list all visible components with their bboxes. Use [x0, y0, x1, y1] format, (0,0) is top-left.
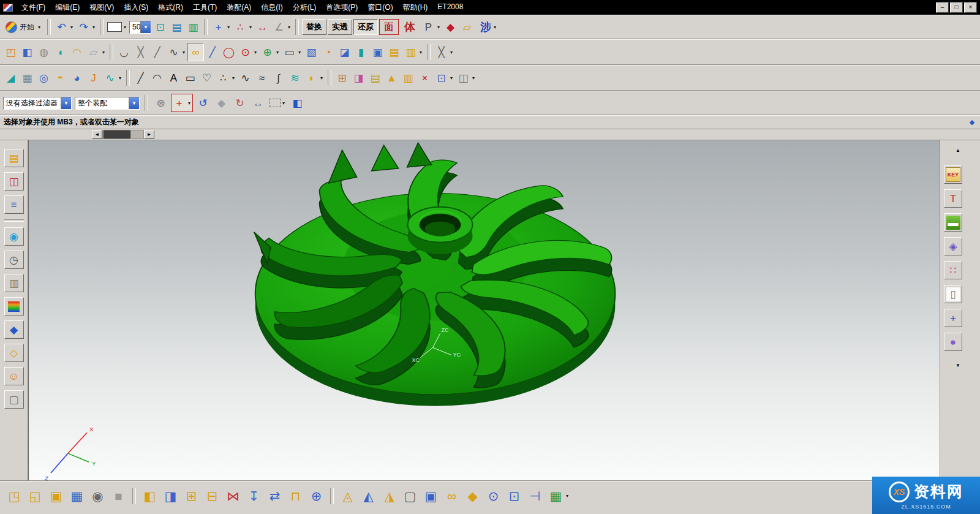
layer-monitor-icon[interactable]: ⊡ [152, 18, 168, 36]
display-style-swatch[interactable]: ▾ [106, 18, 129, 36]
shade-translucent-button[interactable]: 实透 [328, 19, 352, 35]
palette-icon[interactable] [4, 297, 24, 316]
redo-icon-caret[interactable]: ▾ [91, 25, 96, 30]
mesh-surface-icon[interactable]: ▦ [19, 69, 36, 87]
menu-item[interactable]: 信息(I) [256, 1, 287, 15]
blend-surface-icon[interactable]: ◕ [69, 69, 85, 87]
visible-layer-spinner[interactable]: 50▼ [129, 21, 151, 34]
revolve-icon[interactable]: ◔ [320, 43, 336, 61]
pattern-component-icon[interactable]: ⊞ [182, 487, 201, 505]
chain-link-icon[interactable]: ∞ [442, 487, 461, 505]
circle-icon[interactable]: ⊙▾ [237, 43, 259, 61]
measure-distance-icon[interactable]: ↔ [254, 18, 271, 36]
info-note-icon[interactable]: ⊡ [505, 487, 524, 505]
measure-angle-icon-caret[interactable]: ▾ [287, 25, 292, 30]
scroll-right-icon[interactable]: ► [144, 130, 154, 139]
cylinder-icon-caret[interactable]: ▾ [418, 50, 423, 55]
snap-point-icon-caret[interactable]: ▾ [187, 100, 192, 106]
offset-surface-icon[interactable]: ◓ [52, 69, 69, 87]
promote-body-icon[interactable]: ◨ [350, 69, 367, 87]
promote-component-icon[interactable]: ⊟ [203, 487, 222, 505]
resource-window-icon[interactable]: ▢ [4, 390, 24, 409]
rendering-style-icon[interactable]: ◆ [213, 94, 230, 112]
dialog-rail-icon[interactable]: ◆ [968, 118, 976, 127]
new-component-icon[interactable]: ◨ [161, 487, 180, 505]
restore-button[interactable]: □ [950, 2, 963, 13]
resize-blend-icon[interactable]: ▦ [67, 487, 86, 505]
pan-view-icon[interactable]: ↔ [250, 94, 266, 112]
point-set-icon-caret[interactable]: ▾ [231, 75, 236, 81]
sweep-icon[interactable]: ◪ [336, 43, 353, 61]
spline-icon[interactable]: ∿ [237, 69, 254, 87]
selection-scope-select-arrow[interactable]: ▼ [129, 97, 139, 109]
cylinder-icon[interactable]: ▥▾ [402, 43, 424, 61]
assembly-constraints-icon[interactable]: ⊓ [286, 487, 305, 505]
menu-item[interactable]: 编辑(E) [50, 1, 85, 15]
close-button[interactable]: × [964, 2, 977, 13]
copy-feature-icon[interactable]: ⊡▾ [433, 69, 455, 87]
combined-projection-icon-caret[interactable]: ▾ [181, 50, 186, 55]
face-button[interactable]: 面 [379, 19, 399, 35]
clearance-check-icon[interactable]: ⊣ [526, 487, 545, 505]
marquee-select-icon-caret[interactable]: ▾ [281, 100, 286, 106]
redo-icon[interactable]: ↷▾ [75, 18, 97, 36]
replace-button[interactable]: 替换 [302, 19, 326, 35]
menu-item[interactable]: 插入(S) [119, 1, 153, 15]
menu-item[interactable]: 视图(V) [85, 1, 119, 15]
face-analysis-icon[interactable]: ◎ [36, 69, 52, 87]
menu-item[interactable]: 窗口(O) [363, 1, 398, 15]
arc-tool-icon[interactable]: ◠ [149, 69, 165, 87]
marquee-select-icon[interactable]: ▾ [268, 94, 287, 112]
wave-geometry-icon[interactable]: ⊕ [307, 487, 326, 505]
delete-face-icon[interactable]: × [417, 69, 433, 87]
trim-body-icon-caret[interactable]: ▾ [449, 50, 454, 55]
selection-filter-select[interactable]: 没有选择过滤器▼ [3, 97, 72, 110]
exploded-view-icon[interactable]: ◬ [338, 487, 357, 505]
boolean-unite-icon[interactable]: ⊕▾ [259, 43, 281, 61]
arc-icon[interactable]: ◯ [221, 43, 237, 61]
menu-item[interactable]: ET2008 [432, 1, 468, 15]
measure-angle-icon[interactable]: ∠▾ [271, 18, 293, 36]
synchronous-replace-icon[interactable]: ▣ [47, 487, 66, 505]
part-navigator-icon[interactable]: ≡ [4, 195, 24, 214]
undo-icon-caret[interactable]: ▾ [69, 25, 74, 30]
scroll-track[interactable] [102, 130, 144, 139]
gold-sheet-icon[interactable]: ▱ [459, 18, 475, 36]
menu-item[interactable]: 文件(F) [17, 1, 50, 15]
feature-block-icon[interactable]: ◧ [19, 43, 36, 61]
wcs-dynamics-icon[interactable]: +▾ [210, 18, 232, 36]
visualization-icon[interactable]: ◆ [4, 320, 24, 339]
move-component-icon[interactable]: ⇄ [265, 487, 284, 505]
intersection-curve-icon[interactable]: ╳ [132, 43, 149, 61]
thicken-icon[interactable]: ▥ [400, 69, 417, 87]
artistic-profile-icon[interactable]: ♡ [198, 69, 215, 87]
layer-visible-icon[interactable]: ▥ [185, 18, 202, 36]
datum-plane-icon[interactable]: ▱▾ [85, 43, 107, 61]
sphere-mesh-icon[interactable]: ◍ [36, 43, 52, 61]
wireframe-cube-icon[interactable]: ▢ [401, 487, 420, 505]
bridge-curve-icon[interactable]: J [85, 69, 102, 87]
mold-tool-icon[interactable]: ▬ [944, 213, 962, 232]
raw-part-icon[interactable]: ■ [109, 487, 128, 505]
materials-icon[interactable]: ◇ [4, 344, 24, 362]
transform-tool-icon[interactable]: ◰ [2, 43, 19, 61]
snap-point-icon[interactable]: +▾ [171, 94, 193, 112]
studio-surface-icon[interactable]: ◢ [2, 69, 19, 87]
gem-icon[interactable]: ◆ [463, 487, 482, 505]
snapshot-icon[interactable]: ◉ [88, 487, 107, 505]
start-button[interactable]: 开始▾ [2, 18, 45, 36]
scroll-thumb[interactable] [104, 130, 130, 138]
helix-icon[interactable]: ≋ [287, 69, 303, 87]
body-button[interactable]: 体 [400, 19, 420, 35]
roles-icon[interactable]: ☺ [4, 367, 24, 385]
assembly-navigator-icon[interactable]: ▤ [4, 149, 24, 167]
law-curve-icon[interactable]: ◗▾ [303, 69, 325, 87]
start-button-caret[interactable]: ▾ [37, 25, 42, 30]
rail-scroll-up-icon[interactable]: ▲ [949, 142, 967, 160]
refresh-view-icon[interactable]: ↺ [195, 94, 211, 112]
display-style-swatch-caret[interactable]: ▾ [123, 25, 127, 30]
copy-feature-icon-caret[interactable]: ▾ [449, 75, 454, 81]
purple-part-icon[interactable]: ● [944, 333, 962, 351]
scroll-left-icon[interactable]: ◄ [92, 130, 102, 139]
law-curve-icon-caret[interactable]: ▾ [319, 75, 324, 81]
